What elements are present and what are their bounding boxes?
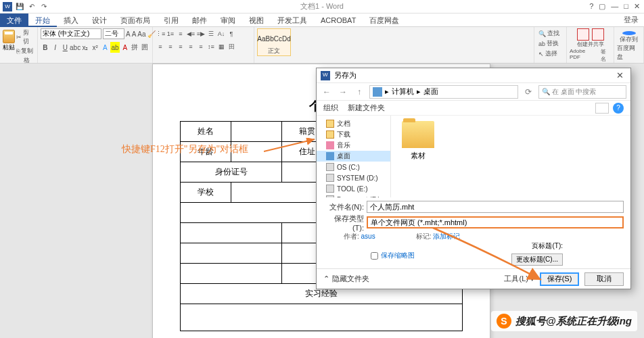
tab-view[interactable]: 视图 <box>242 14 271 27</box>
copy-button[interactable]: ⎘复制 <box>16 47 34 55</box>
style-nospacing[interactable]: AaBbCcDd无间隔 <box>257 56 291 63</box>
paste-button[interactable]: 粘贴 <box>3 28 15 53</box>
find-button[interactable]: 🔍查找 <box>537 28 564 39</box>
author-link[interactable]: asus <box>361 233 375 240</box>
undo-icon[interactable]: ↶ <box>27 2 37 11</box>
view-options-icon[interactable] <box>595 103 609 114</box>
folder-item[interactable]: 素材 <box>396 121 440 161</box>
up-icon[interactable]: ↑ <box>353 86 365 98</box>
underline-icon[interactable]: U <box>60 42 70 53</box>
char-border-icon[interactable]: 囲 <box>140 42 150 53</box>
filename-input[interactable] <box>367 201 624 213</box>
filetype-select[interactable] <box>367 216 624 228</box>
save-icon[interactable]: 💾 <box>15 2 24 11</box>
tree-drive-c[interactable]: OS (C:) <box>317 162 390 172</box>
borders-icon[interactable]: 田 <box>227 41 236 52</box>
breadcrumb[interactable]: ▸计算机▸桌面 <box>369 85 518 99</box>
tab-insert[interactable]: 插入 <box>57 14 85 27</box>
minimize-icon[interactable]: — <box>611 2 618 11</box>
text-effect-icon[interactable]: A <box>101 42 110 53</box>
chevron-up-icon: ⌃ <box>323 274 329 283</box>
change-title-button[interactable]: 更改标题(C)... <box>511 254 563 266</box>
tools-dropdown[interactable]: 工具(L) ▾ <box>504 274 534 284</box>
bullets-icon[interactable]: ⋮≡ <box>156 28 165 39</box>
tab-file[interactable]: 文件 <box>0 14 28 27</box>
request-sign-icon[interactable] <box>592 28 604 41</box>
align-right-icon[interactable]: ≡ <box>176 41 185 52</box>
subscript-icon[interactable]: x₂ <box>80 42 90 53</box>
dialog-titlebar[interactable]: 另存为 ✕ <box>317 68 630 83</box>
hide-folders-button[interactable]: ⌃隐藏文件夹 <box>323 274 369 284</box>
strike-icon[interactable]: abc <box>70 42 80 53</box>
replace-button[interactable]: ab替换 <box>537 39 564 49</box>
superscript-icon[interactable]: x² <box>91 42 100 53</box>
asian-layout-icon[interactable]: ☰ <box>206 28 216 39</box>
phonetic-icon[interactable]: 拼 <box>131 42 140 53</box>
new-folder-button[interactable]: 新建文件夹 <box>348 103 385 113</box>
ribbon-options-icon[interactable]: ▢ <box>599 2 605 11</box>
maximize-icon[interactable]: □ <box>624 2 628 11</box>
file-list[interactable]: 素材 <box>391 116 630 197</box>
search-icon: 🔍 <box>542 88 550 95</box>
tree-drive-d[interactable]: SYSTEM (D:) <box>317 172 390 183</box>
align-center-icon[interactable]: ≡ <box>166 41 175 52</box>
group-styles: AaBbCcDd正文 AaBbCcDd无间隔 AaBl标题 1 AaBbC标题 … <box>254 27 534 63</box>
font-color-icon[interactable]: A <box>120 42 130 53</box>
dialog-close-icon[interactable]: ✕ <box>613 70 626 80</box>
font-name-select[interactable] <box>41 28 101 39</box>
font-size-select[interactable] <box>103 28 124 39</box>
login-link[interactable]: 登录 <box>624 15 644 25</box>
tree-documents[interactable]: 文档 <box>317 118 390 129</box>
search-icon: 🔍 <box>538 30 546 37</box>
tab-references[interactable]: 引用 <box>157 14 185 27</box>
distribute-icon[interactable]: ≡ <box>196 41 206 52</box>
shrink-font-icon[interactable]: A <box>132 28 137 39</box>
forward-icon[interactable]: → <box>337 86 349 98</box>
tab-home[interactable]: 开始 <box>28 14 57 27</box>
tab-design[interactable]: 设计 <box>85 14 114 27</box>
word-icon <box>321 71 330 80</box>
justify-icon[interactable]: ≡ <box>186 41 196 52</box>
help-icon[interactable]: ? <box>589 2 593 11</box>
tree-music[interactable]: 音乐 <box>317 140 390 151</box>
back-icon[interactable]: ← <box>321 86 333 98</box>
sort-icon[interactable]: A↓ <box>216 28 226 39</box>
tab-mailings[interactable]: 邮件 <box>185 14 214 27</box>
tags-link[interactable]: 添加标记 <box>433 233 460 240</box>
shading-icon[interactable]: ▦ <box>216 41 226 52</box>
bold-icon[interactable]: B <box>41 42 50 53</box>
search-input[interactable]: 🔍 在 桌面 中搜索 <box>538 85 626 99</box>
show-marks-icon[interactable]: ¶ <box>227 28 236 39</box>
tree-downloads[interactable]: 下载 <box>317 129 390 140</box>
tab-layout[interactable]: 页面布局 <box>114 14 157 27</box>
tab-dev[interactable]: 开发工具 <box>271 14 314 27</box>
tree-desktop[interactable]: 桌面 <box>317 151 390 162</box>
cancel-button[interactable]: 取消 <box>584 272 624 286</box>
multilevel-icon[interactable]: ≡ <box>176 28 185 39</box>
tab-acrobat[interactable]: ACROBAT <box>314 14 363 27</box>
select-button[interactable]: ↖选择 <box>537 49 564 59</box>
grow-font-icon[interactable]: A <box>126 28 131 39</box>
redo-icon[interactable]: ↷ <box>39 2 49 11</box>
tab-review[interactable]: 审阅 <box>214 14 242 27</box>
organize-button[interactable]: 组织 <box>323 103 338 113</box>
titlebar: W 💾 ↶ ↷ 文档1 - Word ? ▢ — □ ✕ <box>0 0 644 14</box>
highlight-icon[interactable]: ab <box>110 42 120 53</box>
tab-baidu[interactable]: 百度网盘 <box>363 14 406 27</box>
line-spacing-icon[interactable]: ↕≡ <box>206 41 216 52</box>
numbering-icon[interactable]: 1≡ <box>166 28 175 39</box>
cut-button[interactable]: ✂剪切 <box>16 28 34 46</box>
change-case-icon[interactable]: Aa <box>137 28 145 39</box>
align-left-icon[interactable]: ≡ <box>156 41 165 52</box>
style-normal[interactable]: AaBbCcDd正文 <box>257 28 291 56</box>
tree-drive-e[interactable]: TOOL (E:) <box>317 183 390 194</box>
italic-icon[interactable]: I <box>51 42 60 53</box>
inc-indent-icon[interactable]: ≡▶ <box>196 28 206 39</box>
help-icon[interactable]: ? <box>613 103 624 114</box>
save-thumbnail-checkbox[interactable] <box>371 252 378 260</box>
save-button[interactable]: 保存(S) <box>540 272 579 286</box>
close-icon[interactable]: ✕ <box>634 2 640 11</box>
dec-indent-icon[interactable]: ◀≡ <box>186 28 196 39</box>
refresh-icon[interactable]: ⟳ <box>522 86 534 98</box>
create-pdf-icon[interactable] <box>577 28 589 41</box>
